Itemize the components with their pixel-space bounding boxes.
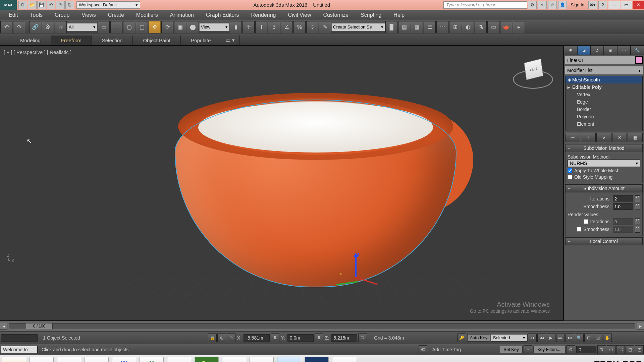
panel-tab-hierarchy-icon[interactable]: ⚷ [591, 46, 604, 55]
render-iter-field[interactable]: 0 [613, 218, 633, 225]
stack-border[interactable]: Border [566, 106, 642, 113]
link-icon[interactable]: ⎘ [65, 1, 74, 9]
time-thumb[interactable]: 0 / 100 [26, 323, 53, 329]
object-name-field[interactable]: Line001 [565, 56, 643, 64]
exchange-icon[interactable]: ✧ [538, 1, 547, 9]
stack-polygon[interactable]: Polygon [566, 113, 642, 120]
named-selection-dropdown[interactable]: Create Selection Se [331, 23, 385, 31]
save-icon[interactable]: 💾 [37, 1, 46, 9]
user-icon[interactable]: 👤 [558, 1, 567, 9]
nav-extra1-icon[interactable]: ◲ [626, 345, 634, 354]
use-center-button[interactable]: ▮ [230, 21, 242, 33]
task-firefox[interactable]: 🦊 [222, 357, 246, 362]
menu-help[interactable]: Help [387, 10, 411, 20]
z-spinner[interactable]: ⇅ [358, 334, 367, 342]
percent-snap-button[interactable]: % [293, 21, 306, 33]
workspace-dropdown[interactable]: Workspace: Default [76, 1, 140, 9]
modifier-stack[interactable]: ◈MeshSmooth ▸Editable Poly Vertex Edge B… [565, 76, 643, 131]
smoothness-spinner[interactable]: ▲▼ [635, 203, 640, 210]
object-color-swatch[interactable] [635, 56, 643, 64]
stack-edge[interactable]: Edge [566, 98, 642, 106]
task-tally[interactable]: Tally [2, 357, 26, 362]
favorite-icon[interactable]: ☆ [548, 1, 557, 9]
isolate-icon[interactable]: ◎ [217, 334, 226, 342]
lock-selection-icon[interactable]: 🔒 [208, 334, 217, 342]
menu-rendering[interactable]: Rendering [245, 10, 282, 20]
configure-sets-icon[interactable]: ▦ [628, 133, 643, 142]
tab-populate[interactable]: Populate [181, 36, 221, 45]
keyboard-shortcut-button[interactable]: ⬆ [255, 21, 267, 33]
menu-create[interactable]: Create [102, 10, 130, 20]
align-button[interactable]: ▤ [398, 21, 410, 33]
task-excel[interactable]: X [140, 357, 164, 362]
link-button[interactable]: 🔗 [29, 21, 41, 33]
material-editor-button[interactable]: ◐ [462, 21, 474, 33]
keyfilters-button[interactable]: Key Filters... [533, 346, 566, 353]
keyfilter-dropdown[interactable]: Selected [491, 334, 528, 342]
layers-button[interactable]: ▦ [411, 21, 423, 33]
redo-button[interactable]: ↷ [13, 21, 25, 33]
absolute-mode-icon[interactable]: ⊕ [227, 334, 235, 342]
show-result-icon[interactable]: Ⅱ [581, 133, 596, 142]
edit-named-sel-button[interactable]: ✎ [319, 21, 331, 33]
iterations-spinner[interactable]: ▲▼ [635, 195, 640, 202]
panel-tab-display-icon[interactable]: ▭ [617, 46, 631, 55]
unlink-button[interactable]: ⛓ [42, 21, 54, 33]
frame-field[interactable]: 0 [576, 346, 596, 353]
select-scale-button[interactable]: ▣ [174, 21, 186, 33]
maxscript-mini[interactable]: Welcome to [1, 346, 38, 353]
tab-selection[interactable]: Selection [92, 36, 133, 45]
render-smooth-spinner[interactable]: ▲▼ [635, 226, 640, 233]
tab-modeling[interactable]: Modeling [10, 36, 51, 45]
old-style-mapping-checkbox[interactable]: Old Style Mapping [568, 174, 640, 180]
time-track[interactable]: 0 / 100 [9, 323, 635, 329]
redo-icon[interactable]: ↷ [56, 1, 65, 9]
task-3dsmax[interactable]: 3ds [277, 357, 301, 362]
x-coord-field[interactable]: -5.581m [244, 334, 270, 342]
selection-filter-dropdown[interactable]: All [67, 23, 97, 31]
task-word[interactable]: W [112, 357, 136, 362]
subscription-icon[interactable]: ⚙ [528, 1, 537, 9]
menu-grapheditors[interactable]: Graph Editors [200, 10, 245, 20]
viewport-perspective[interactable]: [ + ] [ Perspective ] [ Realistic ] ↖ z … [0, 46, 564, 320]
task-other[interactable]: ★ [332, 357, 356, 362]
open-icon[interactable]: 📂 [28, 1, 37, 9]
prev-frame-icon[interactable]: ◂◂ [537, 334, 546, 342]
render-smooth-checkbox[interactable] [577, 227, 581, 232]
render-iter-checkbox[interactable] [584, 219, 588, 224]
undo-icon[interactable]: ↶ [47, 1, 55, 9]
viewcube[interactable]: LEFT [513, 56, 553, 93]
render-setup-button[interactable]: ⚗ [475, 21, 487, 33]
rect-region-button[interactable]: ▢ [123, 21, 135, 33]
y-coord-field[interactable]: 0.0m [287, 334, 314, 342]
next-frame-icon[interactable]: ▸▸ [556, 334, 565, 342]
stack-editablepoly[interactable]: ▸Editable Poly [566, 83, 642, 91]
menu-views[interactable]: Views [75, 10, 102, 20]
y-spinner[interactable]: ⇅ [315, 334, 323, 342]
task-vlc[interactable]: ▶ [57, 357, 81, 362]
select-place-button[interactable]: ⬤ [187, 21, 199, 33]
time-slider[interactable]: ◂ 0 / 100 ▸ [0, 320, 644, 331]
angle-snap-button[interactable]: ∠ [281, 21, 293, 33]
menu-group[interactable]: Group [49, 10, 75, 20]
task-corel[interactable]: ✒ [250, 357, 274, 362]
setkey-big-icon[interactable]: 〰 [524, 345, 532, 354]
play-icon[interactable]: ▶ [547, 334, 555, 342]
autokey-button[interactable]: Auto Key [467, 334, 490, 342]
minimize-button[interactable]: — [608, 1, 620, 9]
nav-maximize-icon[interactable]: ⛶ [616, 345, 625, 354]
tray-bluetooth-icon[interactable]: ᛒ [585, 360, 592, 362]
viewport-label[interactable]: [ + ] [ Perspective ] [ Realistic ] [4, 49, 71, 55]
menu-animation[interactable]: Animation [164, 10, 200, 20]
frame-spinner[interactable]: ⇅ [597, 345, 606, 354]
panel-tab-motion-icon[interactable]: ◉ [604, 46, 617, 55]
panel-tab-utilities-icon[interactable]: 🔧 [631, 46, 644, 55]
rollout-subdivamount[interactable]: Subdivision Amount [565, 184, 643, 192]
render-button[interactable]: 🫖 [500, 21, 512, 33]
select-object-button[interactable]: ▭ [98, 21, 110, 33]
select-rotate-button[interactable]: ⟳ [161, 21, 173, 33]
subdiv-method-dropdown[interactable]: NURMS [568, 160, 640, 167]
mirror-button[interactable]: ▐▌ [385, 21, 397, 33]
ref-coord-dropdown[interactable]: View [199, 23, 229, 31]
key-mode-icon[interactable]: 🔑 [458, 334, 466, 342]
